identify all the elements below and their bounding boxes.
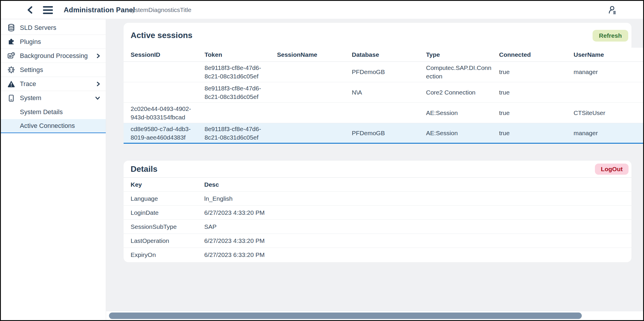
cell-connected: true [499, 88, 574, 97]
sidebar-item-label: Active Connections [20, 122, 75, 130]
cell-connected: true [499, 109, 574, 117]
refresh-button[interactable]: Refresh [593, 30, 628, 42]
details-row: ExpiryOn 6/27/2023 6:33:20 PM [124, 248, 631, 262]
active-sessions-header: Active sessions Refresh [124, 23, 631, 48]
hamburger-bar [43, 6, 53, 8]
column-header-desc: Desc [204, 181, 631, 188]
user-icon [607, 5, 617, 16]
cell-database: PFDemoGB [352, 129, 426, 137]
gear-icon [7, 66, 15, 74]
process-clock-icon [7, 52, 15, 60]
chevron-down-icon [95, 91, 101, 105]
cell-username: CTSiteUser [574, 109, 644, 117]
session-table-row[interactable]: 8e9118f3-cf8e-47d6-8c21-08c31d6c05ef N\A… [124, 82, 644, 103]
chevron-right-icon [96, 77, 101, 91]
sidebar-item-label: Plugins [20, 38, 41, 46]
logout-button[interactable]: LogOut [595, 164, 629, 175]
sidebar-item-label: SLD Servers [20, 24, 56, 32]
sidebar-item-plugins[interactable]: Plugins [1, 35, 106, 49]
cell-database: PFDemoGB [352, 68, 426, 76]
detail-desc: ln_English [204, 195, 631, 202]
sidebar-item-label: System [20, 94, 41, 102]
details-row: SessionSubType SAP [124, 220, 631, 234]
top-header-bar: Administration Panel systemDiagnosticsTi… [1, 1, 643, 19]
page-subtitle: systemDiagnosticsTitle [129, 1, 191, 19]
sidebar-item-trace[interactable]: Trace [1, 77, 106, 91]
cell-type: Core2 Connection [426, 88, 499, 97]
cell-type: AE:Session [426, 129, 499, 137]
chevron-right-icon [96, 49, 101, 63]
hamburger-bar [43, 13, 53, 14]
sidebar-item-label: System Details [20, 108, 63, 116]
sidebar-item-settings[interactable]: Settings [1, 63, 106, 77]
details-title: Details [131, 161, 157, 178]
details-row: LastOperation 6/27/2023 4:33:20 PM [124, 234, 631, 248]
warning-icon [7, 80, 15, 88]
hamburger-menu-button[interactable] [43, 6, 55, 14]
detail-key: ExpiryOn [131, 251, 204, 258]
session-table-row-selected[interactable]: cd8e9580-c7ad-4db3-8019-aee460d4383f 8e9… [124, 123, 644, 144]
cell-type: Computec.SAP.DI.Connection [426, 63, 499, 80]
detail-desc: 6/27/2023 4:33:20 PM [204, 237, 631, 244]
detail-key: LastOperation [131, 237, 204, 244]
sidebar-item-label: Trace [20, 80, 36, 88]
detail-key: Language [131, 195, 204, 202]
column-header-username: UserName [574, 50, 644, 59]
sessions-table-header: SessionID Token SessionName Database Typ… [124, 48, 644, 62]
user-menu-button[interactable] [606, 5, 617, 16]
column-header-sessionname: SessionName [277, 50, 352, 59]
administration-panel-window: Administration Panel systemDiagnosticsTi… [0, 0, 644, 321]
cell-username: manager [574, 129, 644, 137]
nav-list: SLD Servers Plugins [1, 19, 106, 133]
session-table-row[interactable]: 8e9118f3-cf8e-47d6-8c21-08c31d6c05ef PFD… [124, 62, 644, 82]
column-header-key: Key [131, 181, 204, 188]
cell-token: 8e9118f3-cf8e-47d6-8c21-08c31d6c05ef [205, 63, 277, 80]
details-row: Language ln_English [124, 192, 631, 206]
hamburger-bar [43, 9, 53, 11]
cell-token: 8e9118f3-cf8e-47d6-8c21-08c31d6c05ef [205, 125, 277, 142]
back-button[interactable] [25, 5, 35, 15]
column-header-type: Type [426, 50, 499, 59]
details-table-header: Key Desc [124, 178, 631, 192]
cell-username: manager [574, 68, 644, 76]
device-icon [7, 94, 15, 102]
back-chevron-icon [26, 6, 34, 14]
cell-connected: true [499, 68, 574, 76]
sidebar-item-label: Background Processing [20, 52, 88, 60]
sidebar-item-system-details[interactable]: System Details [1, 105, 106, 119]
sidebar-item-active-connections[interactable]: Active Connections [1, 119, 106, 133]
puzzle-icon [7, 38, 15, 46]
cell-sessionid: 2c020e44-0493-4902-943d-b033154fbcad [131, 104, 205, 121]
sidebar-item-sld-servers[interactable]: SLD Servers [1, 21, 106, 35]
page-title: Administration Panel [64, 1, 135, 19]
horizontal-scrollbar-track[interactable] [106, 311, 643, 320]
sidebar-item-label: Settings [20, 66, 43, 74]
database-icon [7, 24, 15, 32]
cell-database: N\A [352, 88, 426, 97]
sidebar-item-system[interactable]: System [1, 91, 106, 105]
column-header-connected: Connected [499, 50, 574, 59]
column-header-database: Database [352, 50, 426, 59]
detail-key: LoginDate [131, 209, 204, 216]
active-sessions-title: Active sessions [131, 23, 193, 48]
cell-type: AE:Session [426, 109, 499, 117]
details-header: Details LogOut [124, 161, 631, 178]
cell-token: 8e9118f3-cf8e-47d6-8c21-08c31d6c05ef [205, 84, 277, 101]
detail-desc: 6/27/2023 6:33:20 PM [204, 251, 631, 258]
sidebar-item-background-processing[interactable]: Background Processing [1, 49, 106, 63]
cell-connected: true [499, 129, 574, 137]
main-content-area: Active sessions Refresh SessionID Token … [106, 19, 643, 320]
horizontal-scrollbar-thumb[interactable] [109, 313, 582, 319]
detail-desc: SAP [204, 223, 631, 230]
detail-key: SessionSubType [131, 223, 204, 230]
active-sessions-panel: Active sessions Refresh SessionID Token … [124, 23, 644, 144]
navigation-sidebar: SLD Servers Plugins [1, 19, 106, 320]
cell-sessionid: cd8e9580-c7ad-4db3-8019-aee460d4383f [131, 125, 205, 142]
details-panel: Details LogOut Key Desc Language ln_Engl… [124, 161, 631, 262]
detail-desc: 6/27/2023 4:33:20 PM [204, 209, 631, 216]
column-header-sessionid: SessionID [131, 50, 205, 59]
session-table-row[interactable]: 2c020e44-0493-4902-943d-b033154fbcad AE:… [124, 103, 644, 123]
column-header-token: Token [205, 50, 277, 59]
details-row: LoginDate 6/27/2023 4:33:20 PM [124, 206, 631, 220]
